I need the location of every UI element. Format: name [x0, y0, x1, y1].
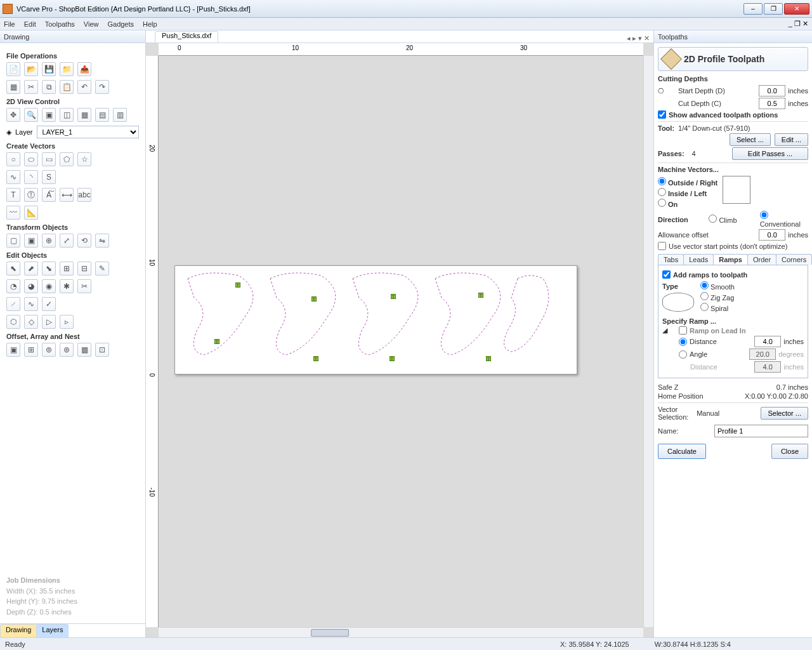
tab-marker[interactable]: T: [313, 356, 318, 361]
trim-icon[interactable]: ✱: [60, 279, 74, 293]
menu-help[interactable]: Help: [143, 20, 157, 28]
cut-icon[interactable]: ✂: [24, 80, 38, 94]
tool-select-button[interactable]: Select ...: [730, 133, 771, 146]
tab-marker[interactable]: T: [214, 339, 219, 344]
ellipse-icon[interactable]: ⬭: [24, 152, 38, 166]
tab-leads[interactable]: Leads: [683, 254, 714, 265]
menu-edit[interactable]: Edit: [24, 20, 36, 28]
extend-icon[interactable]: ✂: [77, 279, 91, 293]
show-advanced-checkbox[interactable]: [658, 110, 666, 119]
close-vec-icon[interactable]: ◔: [6, 279, 20, 293]
menu-gadgets[interactable]: Gadgets: [107, 20, 134, 28]
text-curve-icon[interactable]: A͠: [42, 188, 56, 202]
add-ramps-checkbox[interactable]: [662, 270, 671, 279]
horizontal-scrollbar[interactable]: [159, 627, 643, 637]
spiral-radio[interactable]: [700, 303, 709, 311]
node-edit-icon[interactable]: ⬈: [24, 262, 38, 275]
document-tab[interactable]: Push_Sticks.dxf: [155, 31, 218, 43]
close-button[interactable]: ✕: [784, 3, 809, 15]
vertical-scrollbar[interactable]: [643, 56, 653, 627]
allowance-input[interactable]: [759, 229, 785, 241]
zoom-fit-icon[interactable]: ▣: [42, 108, 56, 122]
join-icon[interactable]: ✎: [95, 262, 109, 275]
edit-passes-button[interactable]: Edit Passes ...: [732, 147, 808, 160]
star-icon[interactable]: ☆: [77, 152, 91, 166]
polygon-icon[interactable]: ⬠: [60, 152, 74, 166]
grid-icon[interactable]: ▦: [77, 108, 91, 122]
tab-marker[interactable]: T: [390, 356, 395, 361]
layer-select[interactable]: LAYER_1: [37, 126, 139, 138]
export-icon[interactable]: 📤: [77, 62, 91, 76]
menu-view[interactable]: View: [84, 20, 99, 28]
nest-icon[interactable]: ▦: [77, 343, 91, 357]
smooth-radio[interactable]: [700, 281, 709, 289]
maximize-button[interactable]: ❐: [764, 3, 783, 15]
group-icon[interactable]: ⊞: [60, 262, 74, 275]
tab-tabs[interactable]: Tabs: [658, 254, 684, 265]
job-setup-icon[interactable]: ▦: [6, 80, 20, 94]
tab-drawing[interactable]: Drawing: [0, 624, 37, 637]
close-toolpath-button[interactable]: Close: [771, 444, 808, 459]
open-file-icon[interactable]: 📂: [24, 62, 38, 76]
trace-icon[interactable]: abc: [77, 188, 91, 202]
polyline-icon[interactable]: ∿: [6, 170, 20, 184]
ramp-angle-radio[interactable]: [679, 350, 687, 359]
tab-marker[interactable]: T: [235, 282, 240, 288]
menu-file[interactable]: File: [4, 20, 15, 28]
start-points-checkbox[interactable]: [658, 242, 666, 250]
rotate-icon[interactable]: ⟲: [77, 234, 91, 248]
boolean-icon[interactable]: ⬡: [6, 315, 20, 329]
zoom-box-icon[interactable]: ◫: [60, 108, 74, 122]
align-icon[interactable]: ▣: [24, 234, 38, 248]
copy-icon[interactable]: ⧉: [42, 80, 56, 94]
validate-icon[interactable]: ✓: [42, 297, 56, 311]
circular-array-icon[interactable]: ⊚: [42, 343, 56, 357]
text-box-icon[interactable]: Ⓣ: [24, 188, 38, 202]
copy-array-icon[interactable]: ⊛: [60, 343, 74, 357]
toolpath-name-input[interactable]: [714, 425, 808, 437]
start-depth-input[interactable]: [759, 85, 785, 96]
intersect-icon[interactable]: ▷: [42, 315, 56, 329]
plate-icon[interactable]: ⊡: [95, 343, 109, 357]
curve-icon[interactable]: S: [42, 170, 56, 184]
zigzag-radio[interactable]: [700, 292, 709, 300]
subtract-icon[interactable]: ◇: [24, 315, 38, 329]
tab-ramps[interactable]: Ramps: [713, 254, 748, 265]
tab-marker[interactable]: T: [486, 356, 491, 361]
bezier-icon[interactable]: 〰: [6, 206, 20, 220]
redo-icon[interactable]: ↷: [95, 80, 109, 94]
zoom-icon[interactable]: 🔍: [24, 108, 38, 122]
guides-icon[interactable]: ▥: [113, 108, 127, 122]
on-radio[interactable]: [658, 199, 666, 207]
calculate-button[interactable]: Calculate: [658, 444, 706, 459]
resize-icon[interactable]: ⤢: [60, 234, 74, 248]
tab-order[interactable]: Order: [747, 254, 776, 265]
snap-icon[interactable]: ▤: [95, 108, 109, 122]
arc-icon[interactable]: ◝: [24, 170, 38, 184]
ungroup-icon[interactable]: ⊟: [77, 262, 91, 275]
climb-radio[interactable]: [709, 215, 717, 223]
inside-radio[interactable]: [658, 188, 666, 196]
cut-depth-input[interactable]: [759, 98, 785, 109]
doc-controls[interactable]: ◂ ▸ ▾ ✕: [627, 34, 653, 43]
pan-icon[interactable]: ✥: [6, 108, 20, 122]
viewport[interactable]: T T T T T T T T: [159, 56, 643, 627]
selector-button[interactable]: Selector ...: [761, 407, 808, 420]
undo-icon[interactable]: ↶: [77, 80, 91, 94]
ramp-distance-radio[interactable]: [679, 338, 687, 346]
text-icon[interactable]: T: [6, 188, 20, 202]
tab-layers[interactable]: Layers: [36, 624, 69, 637]
center-icon[interactable]: ⊕: [42, 234, 56, 248]
tab-corners[interactable]: Corners: [776, 254, 812, 265]
weld-icon[interactable]: ⟋: [6, 297, 20, 311]
conventional-radio[interactable]: [760, 211, 768, 219]
ramp-leadin-checkbox[interactable]: [679, 326, 687, 335]
offset-tool-icon[interactable]: ▣: [6, 343, 20, 357]
new-file-icon[interactable]: 📄: [6, 62, 20, 76]
outside-radio[interactable]: [658, 177, 666, 185]
outline-icon[interactable]: ▹: [60, 315, 74, 329]
tool-edit-button[interactable]: Edit ...: [775, 133, 808, 146]
measure-icon[interactable]: 📐: [24, 206, 38, 220]
rectangle-icon[interactable]: ▭: [42, 152, 56, 166]
import-icon[interactable]: 📁: [60, 62, 74, 76]
